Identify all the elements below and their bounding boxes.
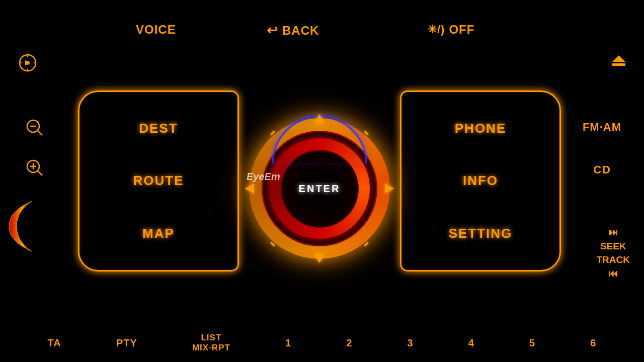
svg-marker-9 (612, 55, 625, 62)
navigation-icon[interactable] (18, 53, 38, 76)
zoom-out-icon[interactable] (25, 118, 43, 140)
dest-button[interactable]: DEST (139, 121, 178, 136)
enter-label: ENTER (299, 183, 341, 195)
right-arrow[interactable] (385, 184, 394, 194)
map-button[interactable]: MAP (142, 226, 175, 241)
preset-5-button[interactable]: 5 (529, 337, 535, 349)
list-mix-rpt-button[interactable]: LIST MIX·RPT (192, 333, 230, 353)
watermark: EyeEm (247, 171, 280, 183)
voice-button[interactable]: VOICE (136, 23, 176, 37)
ta-button[interactable]: TA (48, 337, 61, 349)
svg-rect-10 (612, 63, 625, 66)
preset-6-button[interactable]: 6 (590, 337, 596, 349)
svg-line-4 (38, 131, 42, 135)
back-button[interactable]: ↩ BACK (267, 23, 319, 38)
left-nav-panel: DEST ROUTE MAP (78, 90, 239, 272)
preset-1-button[interactable]: 1 (285, 337, 291, 349)
enter-knob[interactable]: ENTER (244, 113, 395, 264)
down-arrow[interactable] (314, 254, 325, 263)
back-icon: ↩ (267, 23, 278, 38)
seek-track-button[interactable]: ⏭ SEEK TRACK ⏮ (597, 226, 630, 281)
right-nav-panel: PHONE INFO SETTING (400, 90, 561, 272)
off-button[interactable]: ✳/) OFF (428, 23, 474, 37)
phone-button[interactable]: PHONE (455, 121, 506, 136)
seek-back-icon: ⏮ (597, 267, 630, 280)
preset-3-button[interactable]: 3 (407, 337, 413, 349)
preset-2-button[interactable]: 2 (346, 337, 352, 349)
bottom-controls: TA PTY LIST MIX·RPT 1 2 3 4 5 6 (0, 333, 644, 353)
brightness-icon: ✳/) (428, 23, 445, 36)
info-button[interactable]: INFO (463, 173, 498, 189)
zoom-in-icon[interactable] (25, 158, 43, 180)
up-arrow[interactable] (314, 114, 325, 123)
preset-4-button[interactable]: 4 (468, 337, 474, 349)
svg-line-8 (38, 171, 42, 175)
left-arrow[interactable] (245, 184, 254, 194)
fm-am-button[interactable]: FM·AM (583, 121, 621, 134)
cd-button[interactable]: CD (593, 163, 611, 176)
volume-knob[interactable] (4, 196, 39, 256)
eject-icon[interactable] (611, 53, 626, 72)
main-control-panel: DEST ROUTE MAP PHONE INFO SETTING (78, 85, 561, 292)
seek-forward-icon: ⏭ (597, 226, 630, 239)
setting-button[interactable]: SETTING (449, 226, 513, 241)
pty-button[interactable]: PTY (116, 337, 137, 349)
route-button[interactable]: ROUTE (133, 173, 184, 189)
